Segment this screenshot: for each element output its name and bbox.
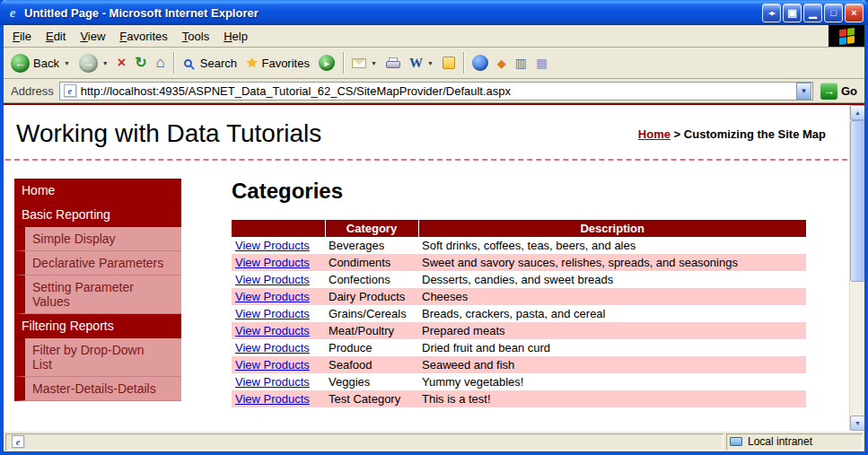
category-cell: Seafood	[325, 356, 418, 373]
go-button[interactable]: → Go	[819, 82, 859, 101]
main-content: Categories Category Description View Pro…	[232, 179, 824, 407]
view-products-link[interactable]: View Products	[235, 307, 310, 320]
view-products-link[interactable]: View Products	[235, 239, 310, 252]
sidebar-item-basic-reporting[interactable]: Basic Reporting	[14, 203, 181, 227]
description-cell: Soft drinks, coffees, teas, beers, and a…	[418, 237, 806, 254]
description-cell: Sweet and savory sauces, relishes, sprea…	[418, 254, 806, 271]
sidebar-item-setting-parameter-values[interactable]: Setting Parameter Values	[14, 276, 181, 314]
sidebar-item-filtering-reports[interactable]: Filtering Reports	[14, 314, 181, 338]
status-zone-pane: Local intranet	[726, 433, 863, 451]
sites-icon: ▥	[515, 56, 527, 70]
menu-item-file[interactable]: File	[5, 27, 39, 46]
grid-button[interactable]: ▦	[532, 54, 551, 72]
vertical-scrollbar[interactable]: ▲ ▼	[849, 105, 864, 431]
site-title: Working with Data Tutorials	[16, 119, 321, 148]
scroll-up-button[interactable]: ▲	[850, 105, 864, 120]
media-icon: ▸	[319, 55, 335, 71]
page-icon: e	[64, 84, 76, 97]
search-label: Search	[200, 57, 237, 70]
print-button[interactable]	[382, 56, 404, 70]
menu-item-favorites[interactable]: Favorites	[112, 27, 174, 46]
page-body: HomeBasic ReportingSimple DisplayDeclara…	[4, 161, 849, 407]
home-button[interactable]: ⌂	[153, 54, 169, 72]
sidebar-item-home[interactable]: Home	[14, 179, 181, 203]
print-icon	[386, 57, 400, 68]
view-products-link[interactable]: View Products	[235, 256, 310, 269]
maximize-button[interactable]: □	[824, 4, 843, 22]
description-cell: Yummy vegetables!	[418, 373, 806, 390]
view-products-link[interactable]: View Products	[235, 341, 310, 354]
research-button[interactable]: ◆	[494, 55, 510, 72]
menu-item-help[interactable]: Help	[216, 27, 255, 46]
menu-item-view[interactable]: View	[73, 27, 112, 46]
sidebar-item-simple-display[interactable]: Simple Display	[14, 227, 181, 251]
sites-button[interactable]: ▥	[512, 54, 530, 72]
breadcrumb-home-link[interactable]: Home	[638, 127, 671, 141]
sidebar-menu: HomeBasic ReportingSimple DisplayDeclara…	[14, 179, 181, 401]
stop-button[interactable]: ×	[114, 54, 129, 72]
view-products-link[interactable]: View Products	[235, 358, 310, 372]
scroll-down-button[interactable]: ▼	[850, 416, 864, 431]
categories-table: Category Description View ProductsBevera…	[232, 220, 806, 407]
view-products-link[interactable]: View Products	[235, 392, 310, 406]
scroll-up-icon: ▲	[855, 109, 861, 116]
titlebar: e Untitled Page - Microsoft Internet Exp…	[0, 0, 868, 25]
status-page-icon: e	[12, 435, 24, 448]
windows-logo	[829, 25, 864, 47]
word-icon: W	[409, 56, 423, 71]
home-icon: ⌂	[156, 56, 165, 70]
back-dropdown-icon[interactable]: ▼	[64, 60, 70, 66]
address-box: e ▼	[59, 82, 813, 101]
header-cell-description: Description	[418, 220, 806, 237]
mail-dropdown-icon[interactable]: ▼	[371, 60, 377, 66]
close-icon: ×	[851, 7, 856, 18]
breadcrumb-current: Customizing the Site Map	[684, 127, 826, 141]
close-button[interactable]: ×	[845, 4, 864, 22]
table-row: View ProductsSeafoodSeaweed and fish	[232, 356, 806, 373]
refresh-button[interactable]: ↻	[131, 54, 150, 72]
ie-icon: e	[4, 4, 21, 21]
mail-button[interactable]: ▼	[348, 57, 381, 70]
back-button[interactable]: ← Back ▼	[7, 52, 74, 74]
category-cell: Condiments	[325, 254, 418, 271]
description-cell: Prepared meats	[418, 322, 806, 339]
search-button[interactable]: Search	[179, 55, 241, 72]
table-row: View ProductsProduceDried fruit and bean…	[232, 339, 806, 356]
forward-icon: →	[79, 54, 98, 73]
screen-button[interactable]: ▣	[783, 4, 802, 22]
sidebar-item-filter-by-drop-down-list[interactable]: Filter by Drop-Down List	[14, 338, 181, 377]
zone-label: Local intranet	[748, 435, 812, 448]
forward-button[interactable]: → ▼	[75, 52, 112, 74]
edit-with-word-button[interactable]: W ▼	[406, 54, 437, 73]
grid-icon: ▦	[536, 56, 548, 70]
header-cell-empty	[232, 220, 325, 237]
view-products-link[interactable]: View Products	[235, 375, 310, 389]
arrows-button[interactable]: ◂▸	[762, 4, 781, 22]
status-main-pane: e	[5, 433, 723, 451]
scrollbar-thumb[interactable]	[850, 120, 864, 282]
statusbar: e Local intranet	[4, 431, 864, 451]
table-row: View ProductsConfectionsDesserts, candie…	[232, 271, 806, 288]
favorites-button[interactable]: ★ Favorites	[242, 53, 313, 73]
journal-button[interactable]	[439, 55, 459, 71]
view-products-link[interactable]: View Products	[235, 290, 310, 303]
forward-dropdown-icon[interactable]: ▼	[102, 60, 109, 66]
media-button[interactable]: ▸	[315, 53, 338, 73]
edit-dropdown-icon[interactable]: ▼	[427, 60, 434, 66]
menu-item-edit[interactable]: Edit	[39, 27, 73, 46]
sidebar-item-master-details-details[interactable]: Master-Details-Details	[14, 377, 181, 401]
address-dropdown-button[interactable]: ▼	[796, 83, 811, 100]
view-products-link[interactable]: View Products	[235, 324, 310, 337]
refresh-icon: ↻	[135, 56, 146, 70]
table-header-row: Category Description	[232, 220, 806, 237]
menu-item-tools[interactable]: Tools	[175, 27, 216, 46]
minimize-button[interactable]: ▁	[803, 4, 822, 22]
browser-window: e Untitled Page - Microsoft Internet Exp…	[0, 0, 868, 455]
address-input[interactable]	[79, 83, 796, 100]
search-icon	[184, 59, 192, 67]
sidebar-item-declarative-parameters[interactable]: Declarative Parameters	[14, 251, 181, 276]
view-products-link[interactable]: View Products	[235, 273, 310, 286]
messenger-button[interactable]	[469, 53, 492, 73]
category-cell: Grains/Cereals	[325, 305, 418, 322]
category-cell: Beverages	[325, 237, 418, 254]
